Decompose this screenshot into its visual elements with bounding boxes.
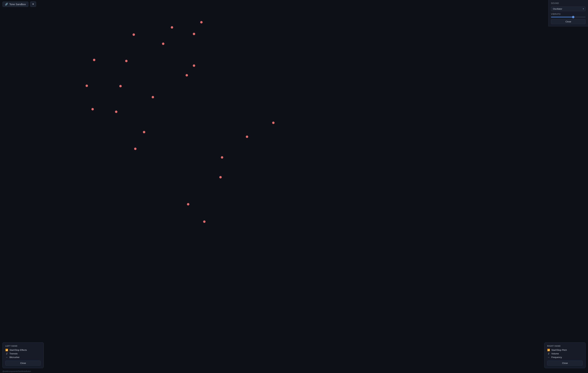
vibrato-label: Vibrato [551,13,586,15]
dot-red[interactable] [119,85,122,87]
vibrato-slider[interactable] [551,17,586,17]
right-hand-title: RIGHT HAND [547,345,583,347]
left-hand-title: LEFT HAND [5,345,41,347]
dot-red[interactable] [152,96,154,98]
dot-red[interactable] [133,33,135,36]
right-hand-item-3: ↔ Frequency [547,356,583,359]
right-hand-item-2-label: Volume [551,352,559,355]
left-hand-item-2: ⇵ Tremolo [5,352,41,355]
right-hand-items: 📶 Start/Stop Pitch ⇵ Volume ↔ Frequency [547,349,583,359]
updown-icon-left: ⇵ [5,352,8,355]
dot-red[interactable] [193,33,195,35]
header: 🔗 Tone Sandbox ✦ [0,0,39,8]
wifi-icon-left: 📶 [5,349,8,351]
settings-icon: ✦ [32,3,34,6]
dot-red[interactable] [162,43,164,45]
dot-red[interactable] [91,108,94,110]
right-hand-item-1: 📶 Start/Stop Pitch [547,349,583,351]
app-title: Tone Sandbox [9,3,26,6]
dot-red[interactable] [221,156,223,159]
left-hand-panel: LEFT HAND 📶 Start/Stop Effects ⇵ Tremolo… [2,342,44,368]
settings-button[interactable]: ✦ [30,1,36,7]
wifi-icon-right: 📶 [547,349,550,351]
right-hand-item-1-label: Start/Stop Pitch [551,349,567,351]
left-hand-item-2-label: Tremolo [10,352,18,355]
link-icon: 🔗 [5,3,8,6]
sound-select[interactable]: Oscillator Synth FM AM [551,7,586,11]
dot-red[interactable] [219,176,222,178]
sound-close-button[interactable]: Close [551,19,586,24]
right-hand-item-2: ⇵ Volume [547,352,583,355]
vibrato-section: Vibrato [551,13,586,17]
dot-red[interactable] [186,74,188,76]
dot-red[interactable] [193,64,195,67]
title-button[interactable]: 🔗 Tone Sandbox [2,1,28,7]
sound-label: Sound [551,2,586,4]
dot-red[interactable] [143,131,145,133]
leftright-icon-right: ↔ [547,356,550,359]
sound-panel: Sound Oscillator Synth FM AM ▼ Vibrato C… [548,0,588,26]
left-hand-item-3-label: Bitcrusher [10,356,20,359]
dot-red[interactable] [272,122,274,124]
footer: @solid/components/DarkModeButton [0,370,33,372]
dot-red[interactable] [125,60,127,62]
dot-red[interactable] [203,220,206,223]
right-hand-panel: RIGHT HAND 📶 Start/Stop Pitch ⇵ Volume ↔… [544,342,586,368]
dot-red[interactable] [187,203,189,205]
canvas-area[interactable] [0,0,588,373]
left-hand-item-3: ↔ Bitcrusher [5,356,41,359]
updown-icon-right: ⇵ [547,352,550,355]
bottom-panels: LEFT HAND 📶 Start/Stop Effects ⇵ Tremolo… [0,342,588,368]
dot-red[interactable] [115,111,117,113]
left-hand-item-1-label: Start/Stop Effects [10,349,27,351]
sound-select-wrapper: Oscillator Synth FM AM ▼ [551,7,586,11]
dot-red[interactable] [171,26,173,29]
left-hand-close-button[interactable]: Close [5,361,41,366]
footer-path: @solid/components/DarkModeButton [2,370,31,372]
right-hand-close-button[interactable]: Close [547,361,583,366]
dot-red[interactable] [200,21,203,23]
left-hand-item-1: 📶 Start/Stop Effects [5,349,41,351]
dot-red[interactable] [93,59,95,61]
dot-red[interactable] [246,136,248,138]
dot-red[interactable] [134,148,136,150]
left-hand-items: 📶 Start/Stop Effects ⇵ Tremolo ↔ Bitcrus… [5,349,41,359]
leftright-icon-left: ↔ [5,356,8,359]
dot-red[interactable] [85,85,88,87]
right-hand-item-3-label: Frequency [551,356,562,359]
